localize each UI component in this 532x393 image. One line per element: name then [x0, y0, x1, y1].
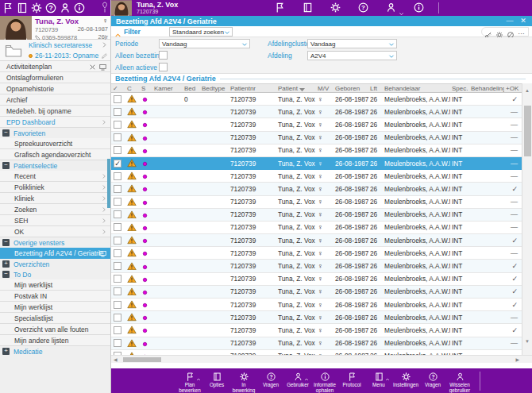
- horizontal-scroll-thumb[interactable]: [123, 357, 161, 362]
- row-checkbox[interactable]: [114, 223, 121, 231]
- edit-pencil-icon[interactable]: [101, 52, 108, 60]
- table-row[interactable]: 7120739Tuna, Z. Vox♀26-08-198726Meulenbr…: [111, 144, 522, 157]
- toolbar-button-protocol[interactable]: Protocol: [338, 371, 365, 387]
- row-checkbox[interactable]: [114, 198, 121, 206]
- row-checkbox[interactable]: [114, 95, 121, 103]
- row-checkbox[interactable]: [114, 326, 121, 334]
- column-header--ok[interactable]: +OK: [504, 85, 522, 92]
- row-checkbox[interactable]: [114, 108, 121, 116]
- column-header-c[interactable]: C: [125, 85, 140, 92]
- alleen-actieve-checkbox[interactable]: [159, 63, 168, 71]
- user-menu-icon[interactable]: [385, 2, 397, 13]
- toolbar-button-informatie-ophalen[interactable]: Informatie ophalen: [311, 371, 338, 393]
- context-admission-item[interactable]: 26-11-2013: Opname: [29, 51, 110, 62]
- table-row[interactable]: 7120739Tuna, Z. Vox♀26-08-198726Meulenbr…: [111, 106, 522, 118]
- toolbar-button-in-bewerking[interactable]: In bewerking: [230, 371, 257, 393]
- filter-preset-dropdown[interactable]: Standaard zoeken: [169, 27, 233, 37]
- table-row[interactable]: 07120739Tuna, Z. Vox♀26-08-198726Meulenb…: [111, 93, 522, 106]
- table-row[interactable]: 7120739Tuna, Z. Vox♀26-08-198726Meulenbr…: [111, 183, 522, 195]
- close-icon[interactable]: [88, 63, 97, 71]
- column-header-s[interactable]: S: [140, 85, 152, 92]
- key-icon[interactable]: [484, 28, 492, 36]
- sidebar-section-overzichten[interactable]: +Overzichten: [0, 259, 110, 269]
- column-header-bedtype[interactable]: Bedtype: [200, 85, 229, 92]
- vertical-scroll-thumb[interactable]: [524, 106, 531, 156]
- column-header--[interactable]: ✓: [111, 85, 125, 92]
- open-window-icon[interactable]: [98, 249, 107, 258]
- toolbar-button-instellingen[interactable]: Instellingen: [392, 371, 419, 387]
- sidebar-item-spreekuuroverzicht[interactable]: Spreekuuroverzicht: [0, 138, 110, 149]
- column-header-patientnr[interactable]: Patientnr: [229, 85, 276, 92]
- row-checkbox[interactable]: [114, 249, 121, 257]
- minimize-button[interactable]: —: [505, 17, 515, 25]
- sidebar-item-kliniek[interactable]: Kliniek: [0, 193, 110, 204]
- row-checkbox[interactable]: [114, 210, 121, 218]
- table-row[interactable]: 7120739Tuna, Z. Vox♀26-08-198726Meulenbr…: [111, 311, 522, 324]
- info-icon[interactable]: [413, 2, 425, 13]
- sidebar-item-ontslagformulieren[interactable]: Ontslagformulieren: [0, 72, 110, 83]
- table-row[interactable]: 7120739Tuna, Z. Vox♀26-08-198726Meulenbr…: [111, 209, 522, 222]
- scroll-down-arrow[interactable]: ▼: [522, 339, 532, 344]
- sidebar-item-mijn-andere-lijsten[interactable]: Mijn andere lijsten: [0, 335, 110, 346]
- row-checkbox[interactable]: [114, 287, 121, 295]
- row-checkbox[interactable]: [114, 275, 121, 283]
- table-row[interactable]: 7120739Tuna, Z. Vox♀26-08-198726Meulenbr…: [111, 222, 522, 234]
- sidebar-item-grafisch-agendaoverzicht[interactable]: Grafisch agendaoverzicht: [0, 149, 110, 160]
- table-row[interactable]: 7120739Tuna, Z. Vox♀26-08-198726Meulenbr…: [111, 324, 522, 337]
- periode-dropdown[interactable]: Vandaag: [159, 39, 250, 48]
- flag-icon[interactable]: [274, 2, 286, 13]
- table-row[interactable]: 7120739Tuna, Z. Vox♀26-08-198726Meulenbr…: [111, 247, 522, 260]
- row-checkbox[interactable]: [114, 237, 121, 245]
- table-row[interactable]: 7120739Tuna, Z. Vox♀26-08-198726Meulenbr…: [111, 196, 522, 209]
- row-checkbox[interactable]: [114, 146, 121, 154]
- row-checkbox[interactable]: [114, 301, 121, 309]
- pin-icon[interactable]: [100, 2, 110, 14]
- row-checkbox[interactable]: [114, 172, 121, 180]
- toolbar-button-menu[interactable]: Menu: [365, 371, 392, 387]
- flag-icon[interactable]: [2, 2, 14, 14]
- context-role-item[interactable]: Klinisch secretaresse: [29, 40, 110, 51]
- scroll-right-arrow[interactable]: ▶: [515, 356, 519, 362]
- table-row[interactable]: 7120739Tuna, Z. Vox♀26-08-198726Meulenbr…: [111, 170, 522, 183]
- table-row[interactable]: 7120739Tuna, Z. Vox♀26-08-198726Meulenbr…: [111, 260, 522, 272]
- sidebar-item-archief[interactable]: Archief: [0, 94, 110, 106]
- row-checkbox[interactable]: [114, 339, 121, 347]
- table-row[interactable]: ✓7120739Tuna, Z. Vox♀26-08-198726Meulenb…: [111, 157, 522, 170]
- table-row[interactable]: 7120739Tuna, Z. Vox♀26-08-198726Meulenbr…: [111, 286, 522, 299]
- gear-icon[interactable]: [30, 2, 43, 14]
- toolbar-button-vragen[interactable]: ?Vragen: [419, 371, 446, 387]
- sidebar-item-mijn-werklijst[interactable]: Mijn werklijst: [0, 279, 110, 291]
- toolbar-button-opties[interactable]: Opties: [203, 371, 230, 387]
- sidebar-section-patientselectie[interactable]: −Patientselectie: [0, 160, 110, 171]
- sidebar-item-postvak-in[interactable]: Postvak IN: [0, 291, 110, 302]
- toolbar-button-wisselen-gebruiker[interactable]: Wisselen gebruiker: [446, 371, 473, 393]
- sidebar-item-opnamehistorie[interactable]: Opnamehistorie: [0, 83, 110, 94]
- alleen-bezetting-checkbox[interactable]: [159, 51, 168, 60]
- toolbar-button-vragen[interactable]: ?Vragen: [257, 371, 284, 387]
- patient-card[interactable]: Tuna, Z. Vox 7120739 0369-599878 ♀ 26-08…: [0, 16, 110, 40]
- row-checkbox[interactable]: [114, 133, 121, 141]
- help-icon[interactable]: ?: [44, 2, 57, 14]
- row-checkbox[interactable]: [114, 314, 121, 322]
- address-book-icon[interactable]: [16, 2, 29, 14]
- collapse-icon[interactable]: −: [2, 129, 10, 137]
- sidebar-item-seh[interactable]: SEH: [0, 215, 110, 226]
- filter-settings-icon[interactable]: [495, 28, 503, 36]
- sidebar-section-medicatie[interactable]: +Medicatie: [0, 346, 110, 356]
- sidebar-section-favorieten[interactable]: −Favorieten: [0, 128, 110, 138]
- afdelingcluster-dropdown[interactable]: Vandaag: [307, 39, 397, 48]
- collapse-icon[interactable]: −: [2, 162, 10, 169]
- sidebar-item-bezetting-afd-a2v4-geriatrie[interactable]: Bezetting Afd A2V4 / Geriatrie: [0, 248, 110, 259]
- table-row[interactable]: 7120739Tuna, Z. Vox♀26-08-198726Meulenbr…: [111, 273, 522, 286]
- sidebar-item-recent[interactable]: Recent: [0, 171, 110, 182]
- sidebar-item-overzicht-van-alle-fouten[interactable]: Overzicht van alle fouten: [0, 324, 110, 335]
- address-book-icon[interactable]: [302, 2, 314, 13]
- sidebar-item-mijn-werklijst[interactable]: Mijn werklijst: [0, 302, 110, 313]
- sidebar-item-zoeken[interactable]: Zoeken: [0, 204, 110, 215]
- afdeling-dropdown[interactable]: A2V4: [307, 51, 397, 60]
- column-header-patient[interactable]: Patient: [276, 85, 316, 92]
- column-header-lft[interactable]: Lft: [368, 85, 383, 92]
- more-options-button[interactable]: …: [518, 29, 526, 34]
- column-header-spec-[interactable]: Spec.: [450, 85, 469, 92]
- close-button[interactable]: ✕: [519, 17, 528, 25]
